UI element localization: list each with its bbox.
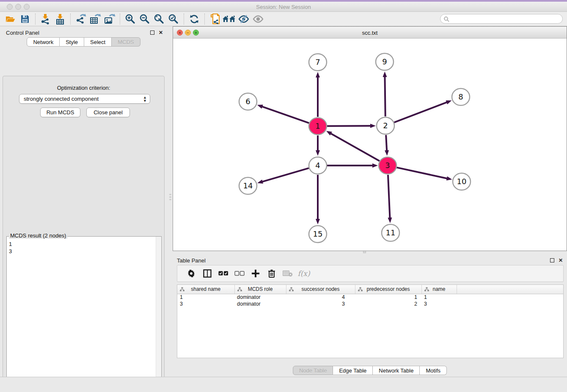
clone-network-icon — [209, 13, 220, 25]
graph-node-10[interactable]: 10 — [453, 173, 471, 190]
table-row[interactable]: 1dominator411 — [177, 294, 563, 301]
table-cell[interactable]: 4 — [286, 294, 355, 301]
tab-select[interactable]: Select — [84, 37, 112, 47]
hide-selected-button[interactable] — [237, 13, 251, 25]
graph-edge-1-2[interactable] — [327, 124, 376, 128]
table-cell[interactable]: 3 — [421, 301, 457, 307]
save-session-button[interactable] — [18, 13, 32, 25]
tab-motifs[interactable]: Motifs — [420, 366, 447, 375]
search-input[interactable] — [440, 14, 563, 24]
graph-node-4[interactable]: 4 — [309, 157, 327, 174]
zoom-out-button[interactable] — [138, 13, 152, 25]
delete-rows-button[interactable] — [264, 267, 280, 280]
graph-edge-3-11[interactable] — [388, 175, 392, 223]
function-builder-button[interactable]: f(x) — [296, 267, 312, 280]
table-row[interactable]: 3dominator323 — [177, 301, 563, 307]
delete-table-button[interactable] — [280, 267, 296, 280]
graph-edge-4-14[interactable] — [257, 168, 309, 184]
graph-edge-4-15[interactable] — [316, 175, 320, 224]
add-row-button[interactable] — [248, 267, 264, 280]
open-session-button[interactable] — [3, 13, 18, 25]
network-canvas[interactable]: 1234678910111415 — [173, 39, 567, 251]
clone-network-button[interactable] — [208, 13, 222, 25]
mcds-result-item: 3 — [9, 248, 12, 255]
table-settings-button[interactable] — [183, 267, 199, 280]
graph-node-2[interactable]: 2 — [377, 117, 394, 134]
export-table-button[interactable] — [88, 13, 102, 25]
result-scrollbar[interactable] — [156, 237, 161, 392]
column-header-shared-name[interactable]: shared name — [177, 285, 234, 294]
table-cell[interactable]: 2 — [355, 301, 421, 307]
graph-edge-2-3[interactable] — [385, 135, 389, 156]
vertical-split-divider[interactable] — [167, 26, 173, 377]
column-header-name[interactable]: name — [421, 285, 457, 294]
float-table-panel-icon[interactable] — [550, 258, 554, 262]
table-cell[interactable]: 1 — [355, 294, 421, 301]
toggle-columns-button[interactable] — [199, 267, 215, 280]
graph-edge-1-4[interactable] — [316, 135, 320, 156]
table-cell[interactable]: 1 — [421, 294, 457, 301]
refresh-layout-button[interactable] — [187, 13, 201, 25]
export-image-button[interactable] — [102, 13, 117, 25]
column-header-filler — [457, 285, 563, 294]
graph-node-14[interactable]: 14 — [239, 177, 257, 194]
table-cell[interactable]: 3 — [177, 301, 234, 307]
graph-node-6[interactable]: 6 — [239, 93, 257, 110]
close-panel-button[interactable]: Close panel — [86, 108, 130, 117]
graph-edge-3-10[interactable] — [396, 168, 452, 181]
tab-network[interactable]: Network — [27, 37, 60, 47]
import-table-button[interactable] — [53, 13, 67, 25]
zoom-selected-button[interactable] — [166, 13, 181, 25]
zoom-fit-button[interactable] — [152, 13, 166, 25]
graph-edge-2-9[interactable] — [383, 72, 387, 116]
graph-node-label: 2 — [383, 121, 388, 130]
node-table[interactable]: shared nameMCDS rolesuccessor nodesprede… — [177, 284, 564, 358]
graph-node-11[interactable]: 11 — [382, 224, 399, 241]
float-panel-icon[interactable] — [150, 30, 154, 35]
column-header-successor-nodes[interactable]: successor nodes — [286, 285, 355, 294]
graph-edge-2-8[interactable] — [394, 100, 452, 122]
select-all-button[interactable] — [215, 267, 231, 280]
toolbar-separator — [204, 14, 205, 25]
table-cell[interactable]: dominator — [234, 294, 286, 301]
first-neighbors-button[interactable] — [222, 13, 237, 25]
tab-mcds[interactable]: MCDS — [112, 37, 140, 47]
show-all-button[interactable] — [251, 13, 265, 25]
table-cell[interactable]: 1 — [177, 294, 234, 301]
zoom-fit-icon — [154, 14, 165, 25]
graph-node-label: 6 — [245, 97, 250, 106]
column-header-predecessor-nodes[interactable]: predecessor nodes — [355, 285, 421, 294]
run-mcds-button[interactable]: Run MCDS — [40, 108, 80, 117]
table-cell[interactable]: dominator — [234, 301, 286, 307]
graph-edge-3-1[interactable] — [326, 131, 380, 161]
export-network-icon — [75, 14, 86, 25]
vertical-split-handle[interactable] — [169, 194, 171, 201]
graph-node-8[interactable]: 8 — [452, 88, 470, 105]
criterion-dropdown[interactable]: strongly connected component ▲▼ — [19, 94, 150, 104]
graph-node-1[interactable]: 1 — [309, 118, 327, 135]
graph-edge-4-3[interactable] — [327, 163, 378, 168]
graph-node-3[interactable]: 3 — [379, 157, 396, 174]
column-header-label: name — [432, 286, 445, 292]
import-network-button[interactable] — [39, 13, 53, 25]
close-table-panel-icon[interactable]: ✕ — [559, 258, 563, 263]
table-cell[interactable]: 3 — [286, 301, 355, 307]
graph-node-label: 11 — [386, 228, 396, 237]
mcds-result-list: 13 — [9, 240, 12, 255]
graph-node-15[interactable]: 15 — [309, 226, 327, 243]
table-panel-title: Table Panel — [177, 257, 545, 264]
graph-node-7[interactable]: 7 — [309, 54, 327, 71]
tab-network-table[interactable]: Network Table — [373, 366, 420, 375]
tab-edge-table[interactable]: Edge Table — [333, 366, 373, 375]
graph-edge-1-6[interactable] — [257, 105, 309, 123]
column-header-label: MCDS role — [248, 286, 273, 292]
tab-style[interactable]: Style — [60, 37, 84, 47]
graph-edge-1-7[interactable] — [316, 72, 320, 117]
graph-node-9[interactable]: 9 — [376, 53, 394, 70]
column-header-MCDS-role[interactable]: MCDS role — [234, 285, 286, 294]
deselect-all-button[interactable] — [231, 267, 248, 280]
tab-node-table[interactable]: Node Table — [293, 366, 333, 375]
zoom-in-button[interactable] — [123, 13, 138, 25]
export-network-button[interactable] — [74, 13, 88, 25]
close-panel-icon[interactable]: ✕ — [159, 30, 163, 35]
